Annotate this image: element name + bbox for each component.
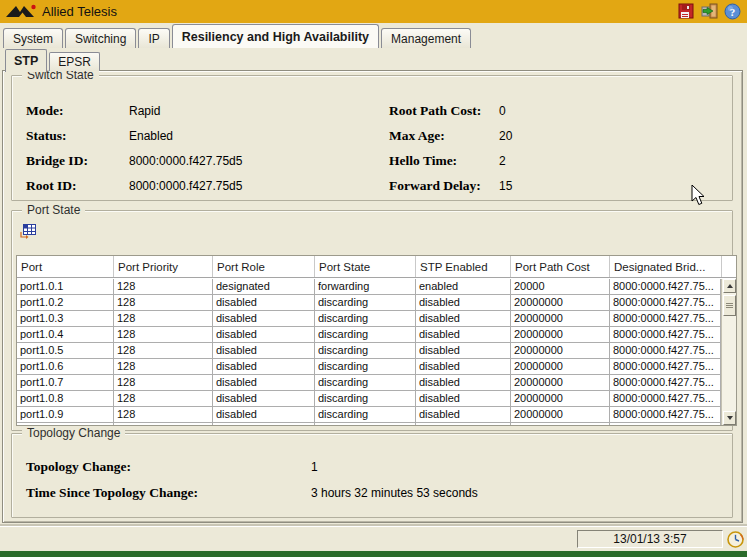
status-bar: 13/01/13 3:57 xyxy=(0,526,747,551)
field-row-forward-delay: Forward Delay:15 xyxy=(389,173,512,198)
table-row[interactable]: port1.0.1128designatedforwardingenabled2… xyxy=(17,279,721,295)
table-cell: 8000:0000.f427.75... xyxy=(610,375,721,390)
column-header-port-role[interactable]: Port Role xyxy=(213,256,315,277)
field-row-mode: Mode:Rapid xyxy=(26,98,242,123)
table-cell: discarding xyxy=(315,343,416,358)
field-label: Mode: xyxy=(26,103,129,119)
table-cell: 128 xyxy=(114,311,213,326)
app-title: Allied Telesis xyxy=(42,4,117,19)
column-header-port[interactable]: Port xyxy=(17,256,114,277)
column-header-port-priority[interactable]: Port Priority xyxy=(114,256,213,277)
column-header-stp-enabled[interactable]: STP Enabled xyxy=(416,256,511,277)
field-label: Hello Time: xyxy=(389,153,499,169)
table-cell: port1.0.5 xyxy=(17,343,114,358)
table-row[interactable]: port1.0.10128disableddiscardingdisabled2… xyxy=(17,423,721,425)
tab-switching[interactable]: Switching xyxy=(65,28,136,48)
table-cell: 20000000 xyxy=(511,423,610,425)
table-cell: disabled xyxy=(416,423,511,425)
group-legend: Topology Change xyxy=(22,426,125,441)
tab-system[interactable]: System xyxy=(3,28,63,48)
scrollbar-thumb[interactable] xyxy=(723,295,736,316)
table-cell: disabled xyxy=(416,391,511,406)
table-cell: 20000000 xyxy=(511,343,610,358)
field-value: Enabled xyxy=(129,129,173,143)
table-row[interactable]: port1.0.6128disableddiscardingdisabled20… xyxy=(17,359,721,375)
table-cell: 20000 xyxy=(511,279,610,294)
table-cell: 128 xyxy=(114,327,213,342)
field-value: 0 xyxy=(499,104,506,118)
field-value: Rapid xyxy=(129,104,160,118)
table-row[interactable]: port1.0.4128disableddiscardingdisabled20… xyxy=(17,327,721,343)
field-value: 8000:0000.f427.75d5 xyxy=(129,154,242,168)
table-cell: disabled xyxy=(416,375,511,390)
table-cell: 128 xyxy=(114,279,213,294)
table-cell: 8000:0000.f427.75... xyxy=(610,407,721,422)
sub-tab-bar: STPEPSR xyxy=(0,49,747,71)
field-label: Max Age: xyxy=(389,128,499,144)
table-cell: discarding xyxy=(315,295,416,310)
table-cell: enabled xyxy=(416,279,511,294)
port-state-group: Port State PortPort PriorityPort RolePor… xyxy=(11,210,733,431)
save-icon[interactable] xyxy=(677,2,695,20)
table-cell: 20000000 xyxy=(511,311,610,326)
table-cell: 128 xyxy=(114,343,213,358)
field-row-status: Status:Enabled xyxy=(26,123,242,148)
table-cell: port1.0.4 xyxy=(17,327,114,342)
field-value: 20 xyxy=(499,129,512,143)
table-cell: port1.0.1 xyxy=(17,279,114,294)
table-cell: disabled xyxy=(416,327,511,342)
subtab-epsr[interactable]: EPSR xyxy=(49,52,100,71)
main-tab-bar: SystemSwitchingIPResiliency and High Ava… xyxy=(0,24,747,48)
table-cell: 20000000 xyxy=(511,407,610,422)
table-cell: discarding xyxy=(315,423,416,425)
titlebar: Allied Telesis ? xyxy=(0,0,747,23)
table-vertical-scrollbar[interactable] xyxy=(721,279,736,425)
table-cell: discarding xyxy=(315,391,416,406)
table-cell: 8000:0000.f427.75... xyxy=(610,391,721,406)
table-cell: disabled xyxy=(213,407,315,422)
table-cell: 20000000 xyxy=(511,391,610,406)
table-cell: disabled xyxy=(213,327,315,342)
table-row[interactable]: port1.0.9128disableddiscardingdisabled20… xyxy=(17,407,721,423)
table-cell: port1.0.2 xyxy=(17,295,114,310)
field-row-topology-change: Topology Change:1 xyxy=(26,454,478,480)
table-row[interactable]: port1.0.3128disableddiscardingdisabled20… xyxy=(17,311,721,327)
column-header-port-path-cost[interactable]: Port Path Cost xyxy=(511,256,610,277)
table-cell: disabled xyxy=(416,359,511,374)
help-icon[interactable]: ? xyxy=(723,2,741,20)
bottom-edge-strip xyxy=(0,551,747,557)
table-cell: port1.0.7 xyxy=(17,375,114,390)
table-cell: 128 xyxy=(114,375,213,390)
table-cell: 20000000 xyxy=(511,359,610,374)
scroll-up-button[interactable] xyxy=(723,279,736,293)
table-row[interactable]: port1.0.5128disableddiscardingdisabled20… xyxy=(17,343,721,359)
tab-management[interactable]: Management xyxy=(381,28,471,48)
table-cell: disabled xyxy=(213,359,315,374)
field-value: 1 xyxy=(311,460,318,474)
field-value: 8000:0000.f427.75d5 xyxy=(129,179,242,193)
table-cell: disabled xyxy=(213,295,315,310)
subtab-stp[interactable]: STP xyxy=(5,49,47,72)
table-export-icon[interactable] xyxy=(20,224,36,239)
column-header-designated-brid[interactable]: Designated Brid... xyxy=(610,256,722,277)
table-row[interactable]: port1.0.7128disableddiscardingdisabled20… xyxy=(17,375,721,391)
field-row-max-age: Max Age:20 xyxy=(389,123,512,148)
tab-resiliency-and-high-availability[interactable]: Resiliency and High Availability xyxy=(172,24,379,48)
table-cell: port1.0.9 xyxy=(17,407,114,422)
logout-icon[interactable] xyxy=(700,2,718,20)
table-cell: discarding xyxy=(315,327,416,342)
table-cell: port1.0.10 xyxy=(17,423,114,425)
scroll-down-button[interactable] xyxy=(723,411,736,425)
tab-ip[interactable]: IP xyxy=(138,28,169,48)
clock-sync-icon[interactable] xyxy=(727,531,744,548)
table-cell: disabled xyxy=(213,423,315,425)
table-row[interactable]: port1.0.2128disableddiscardingdisabled20… xyxy=(17,295,721,311)
table-cell: forwarding xyxy=(315,279,416,294)
field-row-root-id: Root ID:8000:0000.f427.75d5 xyxy=(26,173,242,198)
table-row[interactable]: port1.0.8128disableddiscardingdisabled20… xyxy=(17,391,721,407)
table-cell: 8000:0000.f427.75... xyxy=(610,295,721,310)
field-label: Topology Change: xyxy=(26,459,311,475)
table-cell: 8000:0000.f427.75... xyxy=(610,343,721,358)
column-header-port-state[interactable]: Port State xyxy=(315,256,416,277)
field-label: Forward Delay: xyxy=(389,178,499,194)
